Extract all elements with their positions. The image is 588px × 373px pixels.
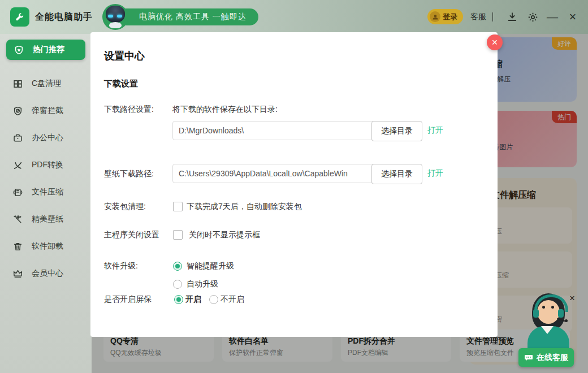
headset-earcup-icon	[533, 309, 539, 318]
promo-banner-text: 电脑优化 高效工具 一触即达	[139, 12, 247, 22]
app-title: 全能电脑助手	[35, 11, 93, 23]
login-button[interactable]: 登录	[427, 9, 463, 24]
badge-star-icon	[14, 45, 24, 55]
headset-mic-icon	[565, 319, 568, 322]
modal-close-button[interactable]: ×	[487, 34, 503, 50]
sidebar-item-label: 精美壁纸	[32, 214, 63, 224]
sidebar-item-file-compress[interactable]: 文件压缩	[0, 181, 92, 203]
close-window-button[interactable]: ×	[567, 11, 579, 23]
section-download-settings: 下载设置	[104, 79, 138, 89]
login-label: 登录	[443, 12, 457, 22]
wallpaper-path-input[interactable]	[172, 164, 375, 183]
shield-block-icon	[12, 106, 23, 116]
robot-body	[109, 22, 122, 28]
briefcase-icon	[12, 133, 23, 143]
wrench-icon	[15, 12, 25, 22]
magic-wand-icon	[12, 214, 23, 224]
sidebar-item-popup-block[interactable]: 弹窗拦截	[0, 99, 92, 122]
app-window: 全能电脑助手 电脑优化 高效工具 一触即达 登录 客服	[0, 0, 588, 373]
close-setting-label: 主程序关闭设置	[104, 230, 159, 240]
package-clean-label: 安装包清理:	[104, 202, 146, 212]
chat-bubble-icon	[524, 353, 533, 362]
close-setting-checkbox[interactable]	[173, 230, 183, 240]
upgrade-label: 软件升级:	[104, 261, 138, 271]
headset-earcup-icon	[558, 309, 564, 318]
sidebar-item-label: 会员中心	[32, 268, 63, 279]
download-path-hint: 将下载的软件保存在以下目录:	[172, 105, 278, 115]
crown-icon	[12, 268, 23, 279]
screensaver-radio-on[interactable]	[174, 295, 183, 304]
sidebar-item-label: 办公中心	[32, 133, 63, 143]
settings-button[interactable]	[526, 11, 539, 23]
customer-service-avatar[interactable]	[523, 293, 574, 357]
avatar-collar	[541, 326, 554, 334]
grid-icon	[12, 79, 23, 89]
screensaver-option-off: 不开启	[220, 294, 244, 305]
choose-directory-button[interactable]: 选择目录	[371, 164, 422, 184]
download-path-input[interactable]	[172, 121, 375, 140]
sidebar-item-label: 热门推荐	[33, 45, 64, 55]
user-avatar-icon	[430, 11, 440, 22]
robot-mascot-icon	[102, 4, 128, 30]
sidebar-item-label: 文件压缩	[32, 187, 63, 197]
app-logo	[10, 7, 29, 27]
robot-eye	[108, 15, 113, 18]
upgrade-radio-auto[interactable]	[173, 280, 182, 289]
sidebar: 热门推荐 C盘清理 弹窗拦截	[0, 34, 92, 373]
choose-directory-button[interactable]: 选择目录	[371, 121, 422, 141]
settings-modal: 设置中心 下载设置 下载路径设置: 将下载的软件保存在以下目录: 选择目录 打开…	[90, 32, 498, 337]
robot-head	[106, 6, 125, 23]
package-clean-option: 下载完成7天后，自动删除安装包	[187, 202, 302, 212]
compress-icon	[12, 187, 23, 197]
top-bar: 全能电脑助手 电脑优化 高效工具 一触即达 登录 客服	[0, 0, 588, 34]
upgrade-option-smart: 智能提醒升级	[187, 261, 234, 271]
sidebar-item-label: C盘清理	[32, 79, 61, 89]
upgrade-radio-smart[interactable]	[173, 262, 182, 271]
robot-eye	[117, 15, 122, 18]
customer-service-widget: × 在线客服	[512, 290, 585, 372]
close-icon: ×	[492, 37, 498, 49]
modal-title: 设置中心	[104, 49, 145, 63]
promo-banner: 电脑优化 高效工具 一触即达	[115, 8, 258, 25]
sidebar-item-wallpaper[interactable]: 精美壁纸	[0, 208, 92, 231]
sidebar-item-label: PDF转换	[32, 160, 63, 170]
wallpaper-path-label: 壁纸下载路径:	[104, 169, 154, 179]
sidebar-item-office-center[interactable]: 办公中心	[0, 127, 92, 149]
open-directory-link[interactable]: 打开	[427, 125, 443, 136]
online-service-label: 在线客服	[537, 353, 568, 363]
trash-icon	[12, 241, 23, 251]
sidebar-item-label: 弹窗拦截	[32, 106, 63, 116]
upgrade-option-auto: 自动升级	[187, 279, 218, 289]
sidebar-item-c-drive-clean[interactable]: C盘清理	[0, 72, 92, 95]
screensaver-option-on: 开启	[185, 294, 201, 305]
close-setting-option: 关闭时不显示提示框	[189, 230, 260, 240]
sidebar-item-vip-center[interactable]: 会员中心	[0, 262, 92, 285]
sidebar-item-uninstall[interactable]: 软件卸载	[0, 235, 92, 258]
download-manager-button[interactable]	[506, 11, 518, 23]
package-clean-checkbox[interactable]	[173, 202, 183, 211]
customer-service-link[interactable]: 客服	[470, 12, 486, 22]
sidebar-item-label: 软件卸载	[32, 241, 63, 251]
sidebar-item-hot-recommend[interactable]: 热门推荐	[6, 40, 85, 60]
minimize-button[interactable]: —	[546, 11, 559, 23]
pdf-icon	[12, 160, 23, 170]
topbar-divider	[492, 12, 493, 21]
close-icon: ×	[569, 11, 577, 23]
open-directory-link[interactable]: 打开	[427, 168, 443, 179]
screensaver-label: 是否开启屏保	[104, 294, 152, 305]
sidebar-item-pdf-convert[interactable]: PDF转换	[0, 154, 92, 176]
minimize-icon: —	[547, 11, 558, 23]
download-path-label: 下载路径设置:	[104, 105, 154, 115]
download-icon	[507, 12, 517, 22]
screensaver-radio-off[interactable]	[209, 295, 218, 304]
gear-icon	[528, 12, 538, 23]
online-service-button[interactable]: 在线客服	[518, 348, 574, 367]
